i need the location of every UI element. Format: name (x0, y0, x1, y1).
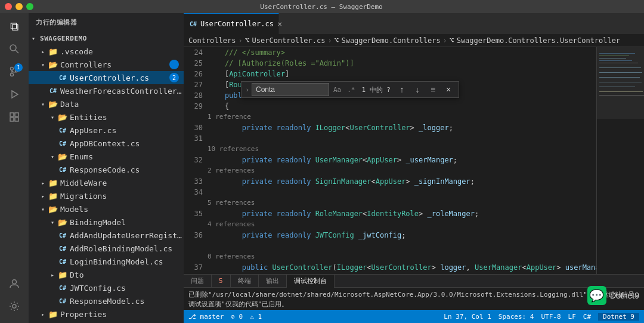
cs-appdb-icon: C# (57, 140, 68, 147)
sidebar-item-responsecode[interactable]: C# ResponseCode.cs (29, 163, 184, 176)
sidebar-item-bindingmodel[interactable]: ▾ 📂 BindingModel (29, 216, 184, 229)
sidebar-item-loginbinding[interactable]: C# LoginBindingModel.cs (29, 255, 184, 268)
sidebar-item-vscode[interactable]: ▸ 📁 .vscode (29, 45, 184, 58)
activity-account[interactable] (4, 273, 25, 294)
svg-rect-8 (15, 113, 18, 116)
cs-loginbinding-icon: C# (57, 259, 68, 265)
panel-tab-debug[interactable]: 调试控制台 (287, 275, 335, 288)
status-language[interactable]: C# (583, 313, 591, 321)
window-controls[interactable] (5, 3, 33, 10)
tab-close-button[interactable]: × (277, 19, 282, 29)
breadcrumb: Controllers › ⌥ UserController.cs › ⌥ Sw… (184, 34, 644, 47)
code-line: [ApiController] (208, 69, 594, 79)
activity-extensions[interactable] (4, 106, 25, 128)
usercontroller-badge: 2 (169, 73, 179, 82)
status-spaces[interactable]: Spaces: 4 (499, 313, 534, 321)
sidebar-item-appdbcontext[interactable]: C# AppDBContext.cs (29, 137, 184, 150)
tab-usercontroller[interactable]: C# UserController.cs × (184, 13, 279, 34)
find-prev-button[interactable]: ↑ (395, 83, 408, 96)
sidebar-item-ui[interactable]: ▸ 📁 UI (29, 321, 184, 323)
find-close-button[interactable]: × (442, 83, 455, 96)
breadcrumb-part-2[interactable]: ⌥ (245, 36, 250, 45)
code-line-ref: 5 references (208, 198, 594, 208)
folder-enums-icon: 📂 (57, 152, 68, 161)
code-line: private readonly UserManager<AppUser> _u… (208, 155, 594, 165)
minimize-button[interactable] (16, 3, 23, 10)
panel-tab-terminal[interactable]: 终端 (231, 275, 259, 288)
code-line: private readonly JWTConfig _jwtConfig; (208, 230, 594, 241)
find-more-button[interactable]: ≡ (426, 83, 439, 96)
breadcrumb-part-4[interactable]: ⌥ (335, 36, 339, 45)
code-line: private readonly SignInManager<AppUser> … (208, 176, 594, 187)
cs-responsemodel-icon: C# (57, 298, 68, 304)
sidebar-item-enums[interactable]: ▾ 📂 Enums (29, 150, 184, 163)
status-encoding[interactable]: UTF-8 (541, 313, 561, 321)
sidebar-item-dto[interactable]: ▸ 📁 Dto (29, 268, 184, 281)
panel-tab-problems-count[interactable]: 5 (212, 275, 231, 288)
panel-tab-problems[interactable]: 问题 (184, 275, 212, 288)
sidebar: 力行的编辑器 ▾ SWAGGERDEMO ▸ 📁 .vscode ▾ 📂 Con… (29, 13, 184, 323)
maximize-button[interactable] (26, 3, 33, 10)
sidebar-item-responsemodel[interactable]: C# ResponseModel.cs (29, 294, 184, 307)
sidebar-item-weathercontroller[interactable]: C# WeatherForecastController.cs (29, 84, 184, 97)
activity-settings[interactable] (4, 296, 25, 317)
bottom-panel: 问题 5 终端 输出 调试控制台 已删除"/usr/local/share/do… (184, 274, 644, 310)
sidebar-item-data[interactable]: ▾ 📂 Data (29, 97, 184, 110)
svg-line-1 (16, 50, 18, 53)
sidebar-item-models[interactable]: ▾ 📂 Models (29, 202, 184, 216)
sidebar-item-usercontroller[interactable]: C# UserController.cs 2 (29, 71, 184, 84)
breadcrumb-part-1[interactable]: Controllers (188, 36, 236, 45)
status-errors[interactable]: ⊘ 0 (231, 313, 243, 321)
activity-bar: ⧉ 1 (0, 13, 29, 323)
find-input[interactable] (252, 83, 329, 96)
status-warnings[interactable]: ⚠ 1 (250, 313, 262, 321)
activity-debug[interactable] (4, 84, 25, 105)
activity-search[interactable] (4, 38, 25, 60)
code-line-ref: 1 reference (208, 112, 594, 122)
sidebar-item-middleware[interactable]: ▸ 📁 MiddleWare (29, 176, 184, 189)
folder-properties-icon: 📁 (48, 310, 58, 319)
folder-middleware-icon: 📁 (48, 179, 58, 187)
breadcrumb-part-5[interactable]: SwaggerDemo.Controllers (341, 36, 440, 45)
folder-migrations-icon: 📁 (48, 192, 58, 201)
svg-point-12 (13, 304, 16, 308)
find-aa-button[interactable]: Aa (332, 86, 343, 94)
sidebar-header: 力行的编辑器 (29, 13, 184, 32)
status-position[interactable]: Ln 37, Col 1 (444, 313, 491, 321)
status-dotnet: Dotnet 9 (598, 313, 639, 321)
find-next-button[interactable]: ↓ (411, 83, 424, 96)
status-branch[interactable]: ⎇ master (188, 313, 224, 321)
sidebar-item-controllers[interactable]: ▾ 📂 Controllers (29, 58, 184, 71)
sidebar-item-swaggerdemo[interactable]: ▾ SWAGGERDEMO (29, 32, 184, 45)
tabs-bar: C# UserController.cs × (184, 13, 644, 34)
status-lineending[interactable]: LF (568, 313, 576, 321)
sidebar-item-entities[interactable]: ▾ 📂 Entities (29, 110, 184, 124)
find-regex-button[interactable]: .* (345, 86, 357, 94)
breadcrumb-part-7[interactable]: SwaggerDemo.Controllers.UserController (457, 36, 621, 45)
sidebar-item-jwtconfig[interactable]: C# JWTConfig.cs (29, 281, 184, 294)
activity-files[interactable]: ⧉ (4, 16, 25, 37)
breadcrumb-part-6[interactable]: ⌥ (450, 36, 454, 45)
panel-tab-output[interactable]: 输出 (259, 275, 287, 288)
watermark: 💬 Dotnet9 (587, 286, 639, 305)
code-line: // [Authorize(Roles ="Admin")] (208, 58, 594, 69)
watermark-label: Dotnet9 (610, 291, 639, 300)
sidebar-item-appuser[interactable]: C# AppUser.cs (29, 124, 184, 137)
code-line (208, 133, 594, 144)
minimap[interactable] (596, 47, 644, 274)
breadcrumb-part-3[interactable]: UserController.cs (252, 36, 326, 45)
svg-rect-26 (597, 47, 644, 119)
cs-jwtconfig-icon: C# (57, 285, 68, 291)
svg-point-3 (11, 73, 14, 76)
title-bar: UserController.cs — SwaggerDemo (0, 0, 644, 13)
close-button[interactable] (5, 3, 12, 10)
cs-addupdate-icon: C# (57, 232, 68, 239)
activity-git[interactable]: 1 (4, 61, 25, 82)
sidebar-item-migrations[interactable]: ▸ 📁 Migrations (29, 189, 184, 202)
sidebar-item-addandupdate[interactable]: C# AddAndUpdateUserrRegisterBindingModel… (29, 229, 184, 242)
code-line: { (208, 101, 594, 112)
folder-data-icon: 📂 (48, 100, 58, 109)
sidebar-item-addrole[interactable]: C# AddRoleBindingModel.cs (29, 242, 184, 255)
code-line: public UserController(ILogger<UserContro… (208, 262, 594, 273)
sidebar-item-properties[interactable]: ▸ 📁 Properties (29, 307, 184, 321)
